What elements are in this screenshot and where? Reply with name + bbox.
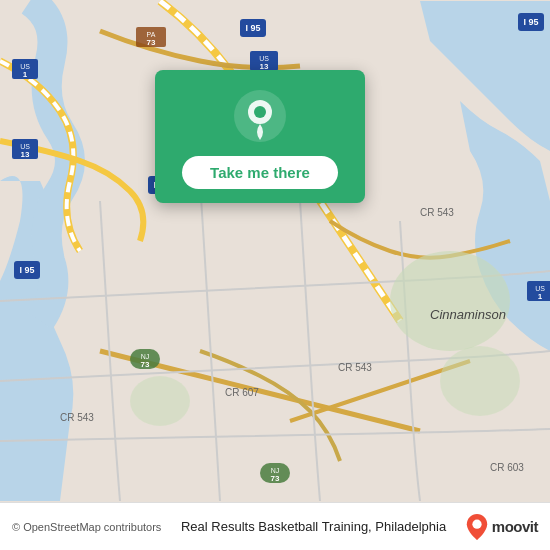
- svg-text:US: US: [20, 63, 30, 70]
- svg-point-1: [390, 251, 510, 351]
- svg-text:US: US: [20, 143, 30, 150]
- svg-text:1: 1: [23, 70, 28, 79]
- svg-text:13: 13: [21, 150, 30, 159]
- svg-text:NJ: NJ: [271, 467, 280, 474]
- copyright-text: © OpenStreetMap contributors: [12, 521, 161, 533]
- app: I 95 I 95 I 95 I 95 US 1 US 13 US 13 PA …: [0, 0, 550, 550]
- svg-point-41: [254, 106, 266, 118]
- svg-text:CR 543: CR 543: [60, 412, 94, 423]
- svg-text:US: US: [259, 55, 269, 62]
- svg-text:CR 543: CR 543: [338, 362, 372, 373]
- svg-text:CR 603: CR 603: [490, 462, 524, 473]
- location-pin-icon: [234, 90, 286, 142]
- svg-text:1: 1: [538, 292, 543, 301]
- svg-point-42: [472, 519, 481, 528]
- svg-text:PA: PA: [147, 31, 156, 38]
- svg-text:73: 73: [271, 474, 280, 483]
- moovit-logo: moovit: [466, 514, 538, 540]
- moovit-brand-pin-icon: [466, 514, 488, 540]
- map-container: I 95 I 95 I 95 I 95 US 1 US 13 US 13 PA …: [0, 0, 550, 502]
- svg-point-3: [130, 376, 190, 426]
- svg-text:CR 543: CR 543: [420, 207, 454, 218]
- svg-text:US: US: [535, 285, 545, 292]
- svg-text:73: 73: [147, 38, 156, 47]
- svg-text:CR 607: CR 607: [225, 387, 259, 398]
- bottom-bar: © OpenStreetMap contributors Real Result…: [0, 502, 550, 550]
- take-me-there-button[interactable]: Take me there: [182, 156, 338, 189]
- svg-text:Cinnaminson: Cinnaminson: [430, 307, 506, 322]
- svg-text:I 95: I 95: [19, 265, 34, 275]
- svg-text:NJ: NJ: [141, 353, 150, 360]
- svg-text:I 95: I 95: [245, 23, 260, 33]
- svg-text:I 95: I 95: [523, 17, 538, 27]
- moovit-brand-text: moovit: [492, 518, 538, 535]
- svg-point-2: [440, 346, 520, 416]
- svg-text:73: 73: [141, 360, 150, 369]
- popup-card[interactable]: Take me there: [155, 70, 365, 203]
- location-info: Real Results Basketball Training, Philad…: [161, 519, 465, 534]
